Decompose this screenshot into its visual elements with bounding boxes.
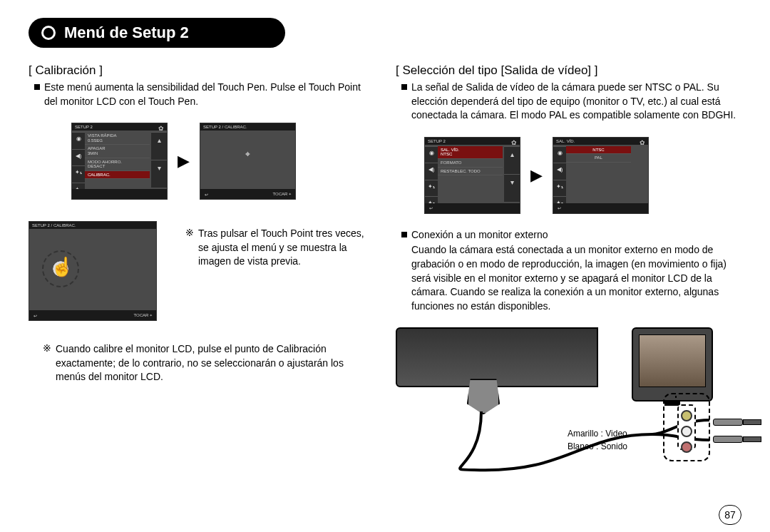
screen-header-text: SETUP 2 (428, 139, 446, 143)
scroll-up-icon: ▴ (504, 146, 520, 174)
wrench1-tab-icon: ✦₁ (72, 165, 85, 183)
video-out-section-title: [ Selección del tipo [Salida de vídeo] ] (396, 63, 741, 78)
left-column: [ Calibración ] Este menú aumenta la sen… (29, 56, 374, 484)
calibration-intro-row: Este menú aumenta la sensibilidad del To… (34, 81, 374, 108)
camera-body-graphic (396, 327, 598, 387)
menu-list: NTSC PAL (566, 146, 631, 202)
manual-page: Menú de Setup 2 [ Calibración ] Este men… (0, 0, 770, 532)
touch-hand-icon (42, 250, 79, 287)
scroll-up-icon: ▴ (151, 132, 167, 160)
video-screens-row: SETUP 2 ✿ ◉ ◀) ✦₁ ✦₂ SAL. VÍD.NTSC (424, 137, 741, 214)
calibration-intro-text: Este menú aumenta la sensibilidad del To… (44, 81, 374, 108)
external-monitor-subtitle: Conexión a un monitor externo (411, 228, 741, 242)
scroll-buttons: ▴ ▾ (151, 132, 167, 188)
camera-tab-icon: ◉ (425, 146, 438, 163)
setup-menu-screen: SETUP 2 ✿ ◉ ◀) ✦₁ ✦₂ VISTA RÁPIDA0.5SEG (71, 123, 168, 200)
note-symbol-icon: ※ (185, 227, 194, 269)
tv-graphic (632, 327, 713, 401)
screen-bottombar: ↩ (553, 203, 648, 213)
video-out-options-screen: SAL. VÍD. ✿ ◉ ◀) ✦₁ ✦₂ NTSC P (553, 137, 649, 214)
camera-tab-icon: ◉ (72, 132, 85, 149)
menu-item-selected: CALIBRAC. (85, 171, 150, 180)
connection-label: Amarillo : Video Blanco : Sonido (568, 427, 627, 453)
emblem-icon: ✿ (158, 125, 164, 132)
emblem-icon: ✿ (511, 139, 517, 146)
speaker-tab-icon: ◀) (553, 163, 566, 180)
menu-item: FORMATO (438, 159, 503, 168)
menu-item-selected: SAL. VÍD.NTSC (438, 146, 503, 159)
video-intro-row: La señal de Salida de vídeo de la cámara… (401, 81, 741, 123)
bottom-right-text: TOCAR ⌖ (272, 192, 291, 197)
wrench1-tab-icon: ✦₁ (425, 180, 438, 197)
camera-tab-icon: ◉ (553, 146, 566, 163)
scroll-down-icon: ▾ (151, 160, 167, 188)
screen-header: SETUP 2 / CALIBRAC. (29, 222, 156, 229)
bottom-right-text: TOCAR ⌖ (133, 313, 152, 318)
connection-label-white: Blanco : Sonido (568, 440, 627, 453)
connection-illustration: Amarillo : Video Blanco : Sonido (396, 327, 741, 484)
external-monitor-block: Conexión a un monitor externo Cuando la … (411, 228, 741, 314)
menu-item: MODO AHORRO.DESACT (85, 158, 150, 171)
connection-label-yellow: Amarillo : Video (568, 427, 627, 440)
screen-bottombar: ↩ TOCAR ⌖ (29, 310, 156, 320)
speaker-tab-icon: ◀) (425, 163, 438, 180)
scroll-buttons: ▴ ▾ (504, 146, 520, 202)
setup-menu-screen: SETUP 2 ✿ ◉ ◀) ✦₁ ✦₂ SAL. VÍD.NTSC (424, 137, 520, 214)
back-icon: ↩ (205, 192, 208, 197)
menu-list: VISTA RÁPIDA0.5SEG APAGAR3MIN MODO AHORR… (85, 132, 150, 188)
jack-white-icon (681, 426, 692, 437)
back-icon: ↩ (558, 205, 561, 210)
back-icon: ↩ (429, 205, 433, 210)
note-symbol-icon: ※ (43, 342, 51, 384)
camera-plug-graphic (467, 379, 500, 414)
page-title: Menú de Setup 2 (29, 18, 285, 48)
scroll-down-icon: ▾ (504, 174, 520, 202)
target-icon: ⌖ (245, 149, 250, 159)
external-monitor-row: Conexión a un monitor externo Cuando la … (401, 228, 741, 314)
jack-yellow-icon (681, 410, 692, 421)
screen-header: SAL. VÍD. ✿ (553, 138, 648, 145)
speaker-tab-icon: ◀) (72, 149, 85, 166)
video-intro-text: La señal de Salida de vídeo de la cámara… (411, 81, 741, 123)
tv-screen-graphic (639, 334, 706, 387)
square-bullet-icon (401, 232, 407, 237)
page-number: 87 (719, 505, 741, 525)
right-column: [ Selección del tipo [Salida de vídeo] ]… (396, 56, 741, 484)
wrench1-tab-icon: ✦₁ (553, 180, 566, 197)
screen-header: SETUP 2 ✿ (72, 123, 167, 131)
note-row: ※ Tras pulsar el Touch Point tres veces,… (185, 227, 374, 269)
calibration-section-title: [ Calibración ] (29, 63, 374, 78)
menu-item: VISTA RÁPIDA0.5SEG (85, 132, 150, 145)
square-bullet-icon (34, 84, 40, 90)
calibration-target-screen: SETUP 2 / CALIBRAC. ⌖ ↩ TOCAR ⌖ (200, 123, 296, 200)
note-row: ※ Cuando calibre el monitor LCD, pulse e… (43, 342, 374, 384)
rca-plug-graphic (713, 434, 763, 443)
menu-list: SAL. VÍD.NTSC FORMATO RESTABLEC. TODO (438, 146, 503, 202)
screen-bottombar: ↩ (425, 203, 520, 213)
screen-header-text: SAL. VÍD. (556, 139, 575, 143)
back-icon: ↩ (34, 313, 37, 318)
screen-bottombar (72, 189, 167, 199)
note-text: Cuando calibre el monitor LCD, pulse el … (56, 342, 374, 384)
content-columns: [ Calibración ] Este menú aumenta la sen… (29, 56, 741, 484)
note-text: Tras pulsar el Touch Point tres veces, s… (198, 227, 374, 269)
arrow-icon: ▶ (530, 166, 543, 185)
square-bullet-icon (401, 84, 407, 90)
menu-item: APAGAR3MIN (85, 145, 150, 158)
arrow-icon: ▶ (178, 152, 190, 170)
calibration-screens-row: SETUP 2 ✿ ◉ ◀) ✦₁ ✦₂ VISTA RÁPIDA0.5SEG (71, 123, 374, 200)
screen-header-text: SETUP 2 (75, 125, 93, 129)
jack-panel-graphic (677, 404, 696, 450)
screen-bottombar: ↩ TOCAR ⌖ (200, 189, 295, 199)
menu-item: PAL (566, 154, 631, 163)
screen-header: SETUP 2 ✿ (425, 138, 520, 145)
calibration-touch-screen: SETUP 2 / CALIBRAC. ↩ TOCAR ⌖ (29, 221, 157, 321)
menu-item-selected: NTSC (566, 146, 631, 155)
screen-header: SETUP 2 / CALIBRAC. (200, 123, 295, 131)
emblem-icon: ✿ (640, 139, 645, 146)
menu-item: RESTABLEC. TODO (438, 168, 503, 176)
rca-plug-graphic (713, 417, 763, 426)
external-monitor-text: Cuando la cámara está conectada a un mon… (411, 243, 741, 313)
